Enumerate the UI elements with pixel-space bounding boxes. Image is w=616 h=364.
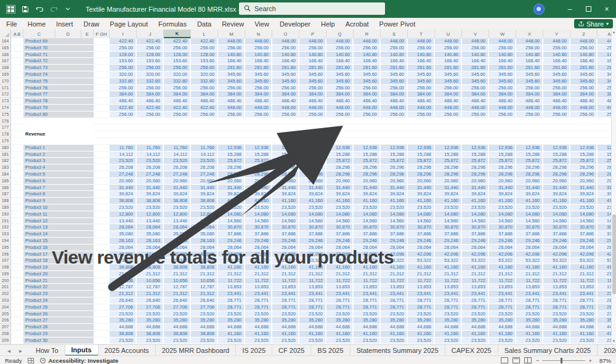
value-cell[interactable]: 12,936 xyxy=(381,145,408,152)
value-cell[interactable]: 28,064 xyxy=(272,245,299,251)
value-cell[interactable]: 486.40 xyxy=(354,98,381,105)
menu-tab-data[interactable]: Data xyxy=(197,20,211,28)
value-cell[interactable]: 41,160 xyxy=(408,264,435,271)
cell-fgh[interactable] xyxy=(94,311,110,318)
value-cell[interactable]: 25,872 xyxy=(462,158,489,164)
product-name-cell[interactable]: Product 5 xyxy=(23,171,94,178)
value-cell[interactable]: 28,064 xyxy=(218,245,245,251)
cell-fgh[interactable] xyxy=(94,291,110,297)
value-cell[interactable]: 53,322 xyxy=(164,257,191,264)
column-header-J[interactable]: J xyxy=(137,30,164,38)
value-cell[interactable]: 23,520 xyxy=(164,338,191,344)
value-cell[interactable]: 37,886 xyxy=(543,231,570,238)
cell-fgh[interactable] xyxy=(94,218,110,225)
value-cell[interactable]: 15,288 xyxy=(408,152,435,158)
value-cell[interactable]: 345.60 xyxy=(299,71,326,78)
value-cell[interactable]: 23,520 xyxy=(164,204,191,211)
value-cell[interactable]: 44,688 xyxy=(326,324,354,331)
value-cell[interactable] xyxy=(489,131,516,138)
value-cell[interactable]: 39,824 xyxy=(354,191,381,198)
value-cell[interactable]: 20,960 xyxy=(218,178,245,185)
row-header[interactable]: 194 xyxy=(0,238,11,245)
value-cell[interactable]: 21,312 xyxy=(408,271,435,278)
value-cell[interactable]: 20,960 xyxy=(191,178,218,185)
product-name-cell[interactable]: Product 73 xyxy=(23,65,94,71)
value-cell[interactable]: 30,870 xyxy=(272,224,299,231)
value-cell[interactable]: 448.00 xyxy=(218,105,245,111)
row-header[interactable]: 176 xyxy=(0,118,11,125)
value-cell[interactable]: 23,520 xyxy=(543,338,570,344)
value-cell[interactable]: 30,870 xyxy=(570,224,598,231)
value-cell[interactable]: 486.40 xyxy=(489,98,516,105)
value-cell[interactable]: 28,771 xyxy=(516,297,543,304)
value-cell[interactable]: 14,080 xyxy=(435,211,462,218)
save-icon[interactable] xyxy=(21,5,30,14)
value-cell[interactable]: 448.00 xyxy=(516,105,543,111)
value-cell[interactable]: 23,520 xyxy=(516,311,543,318)
value-cell[interactable]: 140.80 xyxy=(570,52,598,59)
value-cell[interactable]: 41,160 xyxy=(462,198,489,204)
value-cell[interactable]: 448.00 xyxy=(570,105,598,111)
product-name-cell[interactable]: Product 18 xyxy=(23,257,94,264)
value-cell[interactable]: 28,771 xyxy=(435,304,462,311)
value-cell[interactable]: 23,520 xyxy=(435,311,462,318)
product-name-cell[interactable]: Product 77 xyxy=(23,91,94,98)
value-cell[interactable]: 345.60 xyxy=(218,78,245,85)
value-cell[interactable]: 13,853 xyxy=(570,284,598,291)
value-cell[interactable]: 41,160 xyxy=(408,331,435,338)
row-header[interactable]: 190 xyxy=(0,211,11,218)
value-cell[interactable]: 256.00 xyxy=(326,45,354,52)
product-name-cell[interactable]: Product 3 xyxy=(23,158,94,164)
value-cell[interactable]: 448.00 xyxy=(435,38,462,45)
value-cell[interactable]: 23,441 xyxy=(245,291,272,297)
value-cell[interactable]: 42,096 xyxy=(435,251,462,258)
value-cell[interactable]: 140.80 xyxy=(435,52,462,59)
column-header-R[interactable]: R xyxy=(354,30,381,38)
cell-ab[interactable] xyxy=(11,264,23,271)
cell-ab[interactable] xyxy=(11,185,23,192)
value-cell[interactable]: 39,824 xyxy=(381,191,408,198)
value-cell[interactable]: 20,960 xyxy=(245,178,272,185)
value-cell[interactable]: 23,520 xyxy=(435,204,462,211)
value-cell[interactable]: 42,096 xyxy=(408,251,435,258)
value-cell[interactable]: 35,080 xyxy=(191,231,218,238)
value-cell[interactable]: 345.60 xyxy=(598,71,611,78)
value-cell[interactable]: 41,160 xyxy=(598,264,611,271)
value-cell[interactable]: 25,872 xyxy=(218,158,245,164)
value-cell[interactable] xyxy=(435,131,462,138)
value-cell[interactable]: 14,080 xyxy=(489,211,516,218)
cell-fgh[interactable] xyxy=(94,45,110,52)
value-cell[interactable]: 448.00 xyxy=(489,38,516,45)
value-cell[interactable]: 256.00 xyxy=(570,85,598,92)
value-cell[interactable]: 23,520 xyxy=(570,204,598,211)
row-header[interactable]: 178 xyxy=(0,131,11,138)
row-header[interactable]: 174 xyxy=(0,105,11,111)
value-cell[interactable]: 42,096 xyxy=(570,251,598,258)
product-name-cell[interactable]: Product 16 xyxy=(23,245,94,251)
value-cell[interactable]: 256.00 xyxy=(110,111,137,118)
value-cell[interactable]: 486.40 xyxy=(272,98,299,105)
menu-tab-file[interactable]: File xyxy=(6,20,17,28)
value-cell[interactable] xyxy=(570,124,598,131)
value-cell[interactable]: 37,886 xyxy=(354,231,381,238)
value-cell[interactable]: 384.00 xyxy=(191,91,218,98)
value-cell[interactable]: 20,960 xyxy=(381,178,408,185)
value-cell[interactable]: 44,688 xyxy=(516,324,543,331)
value-cell[interactable]: 281.60 xyxy=(598,65,611,71)
value-cell[interactable]: 384.00 xyxy=(516,91,543,98)
column-header-I[interactable]: I xyxy=(110,30,137,38)
value-cell[interactable]: 345.60 xyxy=(326,78,354,85)
value-cell[interactable]: 20,960 xyxy=(598,178,611,185)
value-cell[interactable]: 384.00 xyxy=(137,91,164,98)
value-cell[interactable]: 42,096 xyxy=(516,251,543,258)
value-cell[interactable]: 23,520 xyxy=(110,311,137,318)
value-cell[interactable] xyxy=(299,124,326,131)
row-header[interactable]: 167 xyxy=(0,58,11,65)
value-cell[interactable] xyxy=(218,118,245,125)
value-cell[interactable]: 256.00 xyxy=(598,45,611,52)
value-cell[interactable]: 140.80 xyxy=(408,52,435,59)
value-cell[interactable]: 35,280 xyxy=(543,317,570,324)
value-cell[interactable] xyxy=(462,124,489,131)
value-cell[interactable]: 41,160 xyxy=(245,331,272,338)
value-cell[interactable]: 140.80 xyxy=(381,52,408,59)
